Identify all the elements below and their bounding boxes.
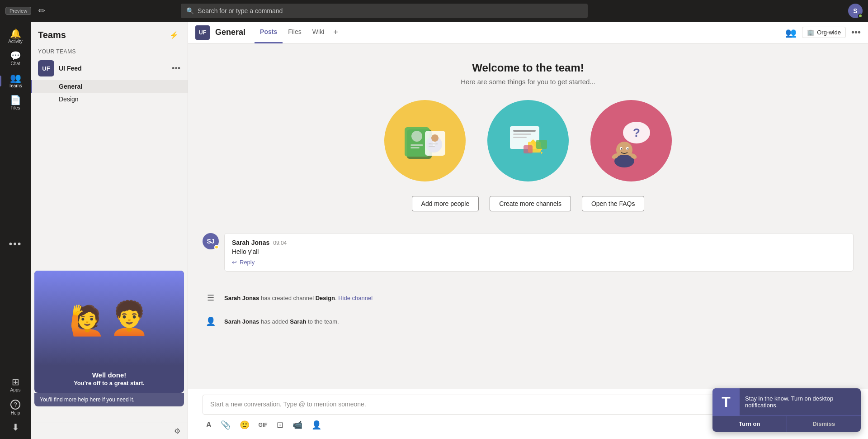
card-circle-people: + — [384, 100, 466, 181]
tab-wiki[interactable]: Wiki — [307, 22, 330, 43]
search-placeholder: Search for or type a command — [198, 7, 283, 14]
svg-rect-14 — [513, 137, 527, 138]
compose-icon[interactable]: ✏ — [35, 4, 49, 18]
sidebar-item-apps[interactable]: ⊞ Apps — [0, 374, 31, 396]
emoji-tool[interactable]: 🙂 — [236, 418, 253, 432]
message-input-placeholder: Start a new conversation. Type @ to ment… — [210, 401, 366, 408]
message-item: SJ Sarah Jonas 09:04 Hello y'all ↩ Reply — [203, 229, 854, 275]
svg-rect-12 — [513, 130, 536, 132]
filter-icon[interactable]: ⚡ — [168, 29, 180, 41]
svg-point-26 — [621, 148, 623, 150]
sidebar-item-download[interactable]: ⬇ — [0, 419, 31, 435]
reply-label: Reply — [240, 259, 255, 266]
toast-body: T Stay in the know. Turn on desktop noti… — [712, 388, 861, 415]
settings-row: ⚙ — [31, 423, 188, 439]
reply-icon: ↩ — [232, 259, 237, 266]
activity-items: ☰ Sarah Jonas has created channel Design… — [203, 286, 854, 333]
welcome-card-faqs: ? — [590, 100, 672, 181]
left-sidebar: 🔔 Activity 💬 Chat 👥 Teams 📄 Files ••• ⊞ … — [0, 22, 31, 439]
channel-item-general[interactable]: General — [31, 80, 188, 93]
hide-channel-link[interactable]: Hide channel — [338, 295, 373, 301]
welcome-section: Welcome to the team! Here are some thing… — [203, 54, 854, 219]
help-promo-subtitle: You're off to a great start. — [42, 380, 177, 387]
create-more-channels-button[interactable]: Create more channels — [490, 196, 571, 211]
posts-area: Welcome to the team! Here are some thing… — [188, 43, 868, 389]
svg-point-27 — [627, 148, 629, 150]
sidebar-item-help[interactable]: ? Help — [0, 396, 31, 419]
activity-icon: 🔔 — [10, 29, 21, 38]
reply-button[interactable]: ↩ Reply — [232, 259, 846, 266]
help-promo-desc: You'll find more help here if you need i… — [34, 393, 184, 406]
attach-tool[interactable]: 📎 — [217, 418, 234, 432]
format-tool[interactable]: A — [203, 419, 215, 431]
main-content: UF General Posts Files Wiki + 👥 🏢 Org-wi… — [188, 22, 868, 439]
help-label: Help — [11, 410, 20, 415]
tab-files[interactable]: Files — [283, 22, 307, 43]
schedule-tool[interactable]: 👤 — [308, 418, 325, 432]
teams-label: Teams — [9, 83, 22, 88]
open-faqs-button[interactable]: Open the FAQs — [582, 196, 645, 211]
help-promo-title: Well done! — [42, 371, 177, 379]
chat-icon: 💬 — [10, 51, 21, 60]
svg-point-8 — [431, 134, 439, 142]
top-bar: Preview ✏ 🔍 Search for or type a command… — [0, 0, 868, 22]
add-tab-icon[interactable]: + — [330, 22, 342, 43]
add-more-people-button[interactable]: Add more people — [412, 196, 479, 211]
tab-posts[interactable]: Posts — [255, 22, 283, 43]
apps-label: Apps — [10, 387, 21, 392]
message-sender-name: Sarah Jonas — [232, 239, 269, 246]
apps-icon: ⊞ — [12, 377, 19, 387]
activity-label: Activity — [8, 39, 23, 44]
team-name-ui-feed: UI Feed — [59, 65, 167, 72]
teams-panel-header: Teams ⚡ — [31, 22, 188, 45]
dismiss-button[interactable]: Dismiss — [787, 416, 861, 432]
channel-team-avatar: UF — [195, 25, 210, 40]
notification-toast-wrapper: T Stay in the know. Turn on desktop noti… — [705, 388, 868, 439]
team-item-ui-feed[interactable]: UF UI Feed ••• — [31, 57, 188, 80]
sidebar-item-files[interactable]: 📄 Files — [0, 92, 31, 114]
org-wide-label: Org-wide — [817, 29, 841, 36]
activity-item-member-added: 👤 Sarah Jonas has added Sarah to the tea… — [203, 310, 854, 333]
notification-toast: T Stay in the know. Turn on desktop noti… — [712, 388, 861, 432]
channel-item-design[interactable]: Design — [31, 93, 188, 105]
search-bar[interactable]: 🔍 Search for or type a command — [181, 4, 588, 18]
team-more-icon[interactable]: ••• — [172, 64, 180, 73]
org-wide-button[interactable]: 🏢 Org-wide — [802, 27, 846, 38]
gif-tool[interactable]: GIF — [255, 420, 271, 430]
user-avatar[interactable]: S — [848, 4, 863, 18]
sticker-tool[interactable]: ⊡ — [273, 418, 287, 432]
your-teams-label: Your teams — [31, 45, 188, 57]
sidebar-item-more[interactable]: ••• — [0, 235, 31, 253]
search-icon: 🔍 — [186, 7, 194, 14]
channel-header-right: 👥 🏢 Org-wide ••• — [785, 27, 861, 38]
files-icon: 📄 — [10, 95, 21, 105]
avatar-status — [858, 14, 863, 18]
sidebar-item-teams[interactable]: 👥 Teams — [0, 70, 31, 92]
more-icon: ••• — [9, 239, 22, 249]
sidebar-item-activity[interactable]: 🔔 Activity — [0, 25, 31, 48]
member-added-text: Sarah Jonas has added Sarah to the team. — [224, 318, 339, 325]
svg-rect-10 — [429, 146, 435, 147]
message-avatar-status — [214, 245, 219, 249]
turn-on-button[interactable]: Turn on — [712, 416, 787, 432]
teams-icon: 👥 — [10, 73, 21, 82]
chat-label: Chat — [10, 61, 20, 66]
sidebar-item-chat[interactable]: 💬 Chat — [0, 48, 31, 70]
svg-rect-4 — [410, 147, 420, 148]
channel-created-icon: ☰ — [203, 290, 219, 306]
channel-more-icon[interactable]: ••• — [851, 27, 861, 38]
meet-tool[interactable]: 📹 — [289, 418, 306, 432]
svg-rect-18 — [536, 140, 547, 149]
channel-header: UF General Posts Files Wiki + 👥 🏢 Org-wi… — [188, 22, 868, 43]
message-text: Hello y'all — [232, 248, 846, 255]
settings-icon[interactable]: ⚙ — [174, 427, 180, 435]
welcome-card-people: + — [384, 100, 466, 181]
toast-buttons: Turn on Dismiss — [712, 415, 861, 432]
message-content: Sarah Jonas 09:04 Hello y'all ↩ Reply — [224, 233, 854, 272]
help-promo-panel[interactable]: 🙋 🧑‍🦱 Well done! You're off to a great s… — [34, 271, 184, 393]
welcome-cards: + — [203, 100, 854, 181]
channel-created-text: Sarah Jonas has created channel Design. … — [224, 295, 373, 301]
people-icon[interactable]: 👥 — [785, 27, 797, 38]
message-header: Sarah Jonas 09:04 — [232, 239, 846, 246]
avatar-initials: S — [853, 7, 857, 14]
